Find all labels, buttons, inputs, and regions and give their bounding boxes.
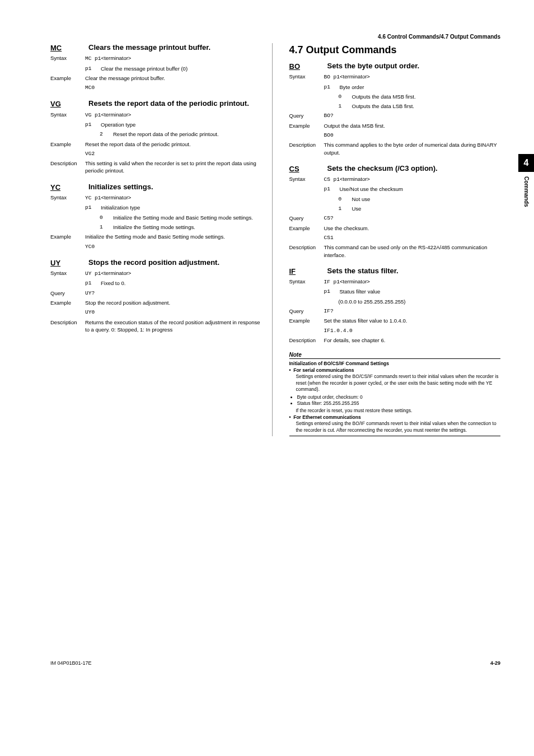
desc-uy: Returns the execution status of the reco… [85, 319, 262, 334]
label-syntax: Syntax [289, 278, 324, 286]
cmd-code-uy: UY [50, 258, 78, 267]
p1-key: p1 [324, 185, 334, 193]
cmd-code-vg: VG [50, 99, 78, 108]
desc-if: For details, see chapter 6. [324, 337, 501, 344]
ex-txt-vg: Reset the report data of the periodic pr… [85, 141, 262, 148]
ex-code-yc: YC0 [85, 243, 262, 250]
label-query: Query [50, 290, 85, 297]
p1-txt: Operation type [101, 121, 135, 128]
syntax-vg-term: <terminator> [101, 111, 132, 118]
syntax-bo: BO p1 [324, 74, 340, 80]
v-txt: Outputs the data LSB first. [352, 102, 414, 110]
p1-key: p1 [85, 279, 95, 287]
cmd-title-vg: Resets the report data of the periodic p… [88, 99, 249, 108]
v-key: 1 [339, 102, 344, 110]
note-body: Initialization of BO/CS/IF Command Setti… [289, 359, 501, 433]
label-description: Description [50, 319, 85, 334]
p1-txt: Use/Not use the checksum [340, 185, 404, 193]
page-footer: IM 04P01B01-17E 4-29 [0, 660, 534, 688]
label-syntax: Syntax [50, 269, 85, 277]
ex-txt-uy: Stop the record position adjustment. [85, 299, 262, 306]
v-key: 1 [100, 223, 105, 231]
note-b2-txt: Settings entered using the BO/IF command… [289, 421, 501, 433]
label-example: Example [50, 299, 85, 306]
label-example: Example [50, 141, 85, 148]
p1-note: (0.0.0.0 to 255.255.255.255) [324, 298, 501, 305]
p1-txt: Status filter value [340, 288, 381, 295]
v-txt: Not use [352, 195, 371, 203]
p1-txt: Fixed to 0. [101, 279, 125, 287]
v-key: 0 [339, 93, 344, 100]
ex-code-cs: CS1 [324, 234, 501, 241]
label-description: Description [289, 337, 324, 344]
cmd-title-uy: Stops the record position adjustment. [88, 258, 219, 267]
cmd-code-if: IF [289, 267, 317, 276]
page-header: 4.6 Control Commands/4.7 Output Commands [50, 34, 500, 40]
desc-bo: This command applies to the byte order o… [324, 141, 501, 156]
v-txt: Initialize the Setting mode settings. [113, 223, 195, 231]
note-b1-txt: Settings entered using the BO/CS/IF comm… [289, 374, 501, 393]
footer-right: 4-29 [490, 660, 500, 666]
p1-key: p1 [324, 83, 334, 91]
cmd-code-bo: BO [289, 62, 317, 71]
right-column: 4.7 Output Commands BO Sets the byte out… [286, 43, 501, 436]
cmd-code-yc: YC [50, 183, 78, 192]
p1-key: p1 [85, 204, 95, 211]
syntax-mc-term: <terminator> [101, 55, 132, 61]
syntax-uy-term: <terminator> [101, 270, 132, 276]
ex-txt-mc: Clear the message printout buffer. [85, 74, 262, 82]
note-end-line [289, 436, 501, 436]
syntax-yc: YC p1 [85, 195, 101, 201]
chapter-number: 4 [518, 154, 534, 172]
syntax-if-term: <terminator> [340, 278, 370, 284]
p1-txt: Byte order [340, 83, 364, 91]
label-syntax: Syntax [289, 73, 324, 81]
cmd-title-mc: Clears the message printout buffer. [88, 43, 210, 52]
label-query: Query [289, 214, 324, 222]
label-example: Example [289, 225, 324, 232]
v-key: 2 [100, 130, 105, 138]
ex-txt-cs: Use the checksum. [324, 225, 501, 232]
note-b1-li1: Byte output order, checksum: 0 [297, 394, 501, 400]
syntax-mc: MC p1 [85, 55, 101, 62]
chapter-side-tab: 4 Commands [518, 154, 534, 207]
ex-txt-bo: Output the data MSB first. [324, 122, 501, 129]
label-description: Description [50, 160, 85, 175]
query-bo: BO? [324, 112, 501, 119]
ex-txt-yc: Initialize the Setting mode and Basic Se… [85, 233, 262, 240]
v-key: 0 [100, 214, 105, 221]
label-syntax: Syntax [50, 194, 85, 202]
ex-code-mc: MC0 [85, 84, 262, 91]
cmd-code-cs: CS [289, 164, 317, 173]
query-cs: CS? [324, 214, 501, 222]
query-uy: UY? [85, 290, 262, 297]
label-example: Example [50, 233, 85, 240]
label-syntax: Syntax [50, 111, 85, 119]
ex-code-uy: UY0 [85, 309, 262, 316]
note-title: Note [289, 352, 501, 359]
syntax-bo-term: <terminator> [340, 73, 370, 80]
v-key: 1 [339, 205, 344, 212]
p1-key: p1 [85, 65, 95, 72]
label-example: Example [289, 317, 324, 324]
v-txt: Reset the report data of the periodic pr… [113, 130, 219, 138]
query-if: IF? [324, 307, 501, 315]
desc-cs: This command can be used only on the RS-… [324, 244, 501, 259]
label-query: Query [289, 307, 324, 315]
left-column: MC Clears the message printout buffer. S… [50, 43, 273, 436]
ex-code-if: IF1.0.4.0 [324, 327, 501, 334]
ex-code-bo: BO0 [324, 132, 501, 139]
p1-key: p1 [85, 121, 95, 128]
cmd-title-bo: Sets the byte output order. [327, 62, 420, 71]
syntax-uy: UY p1 [85, 270, 101, 277]
label-example: Example [289, 122, 324, 129]
section-title: 4.7 Output Commands [289, 44, 501, 56]
p1-txt: Initialization type [101, 204, 140, 211]
v-txt: Outputs the data MSB first. [352, 93, 416, 100]
syntax-vg: VG p1 [85, 112, 101, 118]
chapter-label: Commands [523, 176, 530, 207]
label-syntax: Syntax [289, 175, 324, 183]
desc-vg: This setting is valid when the recorder … [85, 160, 262, 175]
ex-code-vg: VG2 [85, 150, 262, 157]
cmd-code-mc: MC [50, 43, 78, 52]
